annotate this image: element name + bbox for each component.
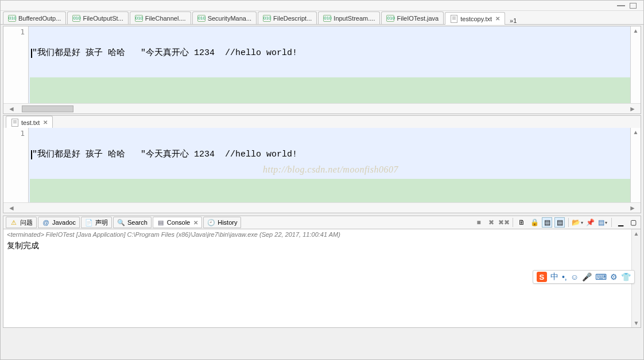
maximize-view-button[interactable]: ▢ [628, 217, 638, 228]
caret-up-icon: ▲ [633, 129, 639, 202]
tab-label: FileDescript... [273, 15, 312, 22]
editor-tab[interactable]: 010FileChannel.... [130, 11, 191, 24]
tab-label: InputStream.... [333, 15, 375, 22]
editor-tab[interactable]: 010BufferedOutp... [3, 11, 66, 24]
tab-label: testcopy.txt [460, 15, 492, 22]
console-output[interactable]: 复制完成 [3, 240, 641, 252]
console-toolbar: ■ ✖ ✖✖ 🗎 🔒 ▤ ▤ 📂 📌 ▤ ▁ ▢ [474, 217, 638, 228]
history-icon: 🕘 [207, 218, 215, 226]
display-selected-button[interactable]: ▤ [598, 217, 608, 228]
overview-ruler[interactable]: ▲ [630, 26, 641, 103]
code-area[interactable]: "我们都是好 孩子 哈哈 "今天真开心 1234 //hello world! [29, 26, 630, 103]
scroll-left-icon[interactable]: ◄ [8, 105, 15, 113]
line-number: 1 [3, 28, 25, 36]
scroll-right-icon[interactable]: ► [629, 105, 636, 113]
editor-tabbar-top: 010BufferedOutp...010FileOutputSt...010F… [1, 11, 643, 25]
close-icon[interactable]: ✕ [495, 15, 500, 22]
view-tab-label: Javadoc [52, 219, 76, 226]
minimize-icon[interactable] [617, 5, 625, 6]
minimize-view-button[interactable]: ▁ [615, 217, 626, 228]
javadoc-icon: @ [42, 218, 50, 226]
editor-body[interactable]: 1 "我们都是好 孩子 哈哈 "今天真开心 1234 //hello world… [3, 128, 641, 202]
scroll-left-icon[interactable]: ◄ [8, 204, 15, 212]
scroll-thumb[interactable] [22, 105, 73, 112]
horizontal-scrollbar[interactable]: ◄ ► [3, 202, 641, 213]
show-console-err-button[interactable]: ▤ [554, 217, 565, 228]
ime-lang-button[interactable]: 中 [550, 272, 558, 282]
scroll-up-icon[interactable]: ▲ [634, 230, 639, 237]
separator [611, 218, 612, 227]
code-text: "我们都是好 孩子 哈哈 "今天真开心 1234 //hello world! [32, 150, 297, 159]
watermark-text: http://blog.csdn.net/moonfish0607 [30, 165, 631, 175]
tabs-overflow-button[interactable]: »1 [506, 17, 520, 24]
code-text: "我们都是好 孩子 哈哈 "今天真开心 1234 //hello world! [32, 48, 297, 58]
ime-punct-button[interactable]: •, [562, 272, 567, 281]
clear-console-button[interactable]: 🗎 [517, 217, 527, 228]
view-tab-label: 声明 [95, 218, 108, 227]
close-icon[interactable]: ✕ [43, 119, 48, 126]
java-file-icon: 010 [197, 14, 205, 22]
editor-tabbar-mid: test.txt✕ [3, 115, 641, 128]
view-tab-search[interactable]: 🔍Search [113, 217, 152, 228]
view-tab-javadoc[interactable]: @Javadoc [38, 217, 80, 228]
view-tab-console[interactable]: ▤Console✕ [153, 217, 202, 228]
console-process-label: <terminated> FileIOTest [Java Applicatio… [3, 229, 641, 240]
code-area[interactable]: "我们都是好 孩子 哈哈 "今天真开心 1234 //hello world! … [29, 128, 630, 202]
overview-ruler[interactable]: ▲ [630, 128, 641, 202]
tab-label: BufferedOutp... [18, 15, 61, 22]
open-console-button[interactable]: 📂 [572, 217, 583, 228]
scroll-down-icon[interactable]: ▼ [634, 320, 639, 326]
java-file-icon: 010 [323, 14, 331, 22]
sogou-icon[interactable]: S [537, 272, 547, 282]
remove-launch-button[interactable]: ✖ [486, 217, 496, 228]
pin-console-button[interactable]: 📌 [585, 217, 595, 228]
ime-voice-button[interactable]: 🎤 [582, 272, 592, 281]
horizontal-scrollbar[interactable]: ◄ ► [3, 103, 641, 114]
editor-tab[interactable]: 010InputStream.... [318, 11, 380, 24]
separator [568, 218, 569, 227]
console-pane: <terminated> FileIOTest [Java Applicatio… [3, 229, 641, 328]
ime-softkbd-button[interactable]: ⌨ [595, 272, 607, 281]
close-icon[interactable]: ✕ [193, 220, 198, 226]
editor-body[interactable]: 1 "我们都是好 孩子 哈哈 "今天真开心 1234 //hello world… [3, 26, 641, 103]
views-tabbar: ⚠问题@Javadoc📄声明🔍Search▤Console✕🕘History ■… [3, 216, 641, 229]
editor-tab[interactable]: 010FileDescript... [258, 11, 317, 24]
ime-settings-button[interactable]: ⚙ [610, 272, 618, 281]
separator [513, 218, 513, 227]
java-file-icon: 010 [8, 14, 16, 22]
show-console-out-button[interactable]: ▤ [542, 217, 552, 228]
tab-label: FileIOTest.java [397, 15, 439, 22]
text-file-icon [450, 15, 458, 23]
view-tab-label: History [218, 219, 237, 226]
line-gutter: 1 [3, 128, 29, 202]
console-icon: ▤ [157, 218, 165, 226]
声明-icon: 📄 [85, 218, 93, 226]
text-file-icon [11, 119, 19, 127]
maximize-icon[interactable] [630, 3, 637, 9]
remove-all-button[interactable]: ✖✖ [499, 217, 509, 228]
java-file-icon: 010 [263, 14, 271, 22]
ime-emoji-button[interactable]: ☺ [571, 272, 579, 281]
window-controls [1, 1, 643, 11]
问题-icon: ⚠ [10, 218, 18, 226]
editor-tab[interactable]: 010SecurityMana... [192, 11, 257, 24]
tab-label: SecurityMana... [208, 15, 251, 22]
caret-up-icon: ▲ [633, 28, 639, 103]
view-tab-声明[interactable]: 📄声明 [81, 217, 112, 228]
ime-toolbar[interactable]: S 中 •, ☺ 🎤 ⌨ ⚙ 👕 [533, 270, 635, 284]
view-tab-label: 问题 [20, 218, 33, 227]
editor-tab[interactable]: testcopy.txt✕ [445, 12, 505, 25]
view-tab-问题[interactable]: ⚠问题 [6, 217, 37, 228]
ime-skin-button[interactable]: 👕 [621, 272, 631, 281]
java-file-icon: 010 [135, 14, 143, 22]
tab-label: FileOutputSt... [83, 15, 123, 22]
scroll-lock-button[interactable]: 🔒 [529, 217, 540, 228]
editor-pane-testcopy: 1 "我们都是好 孩子 哈哈 "今天真开心 1234 //hello world… [3, 26, 641, 114]
view-tab-history[interactable]: 🕘History [203, 217, 241, 228]
java-file-icon: 010 [72, 14, 80, 22]
terminate-button[interactable]: ■ [474, 217, 484, 228]
editor-tab[interactable]: test.txt✕ [6, 116, 53, 128]
editor-tab[interactable]: 010FileOutputSt... [67, 11, 128, 24]
editor-tab[interactable]: 010FileIOTest.java [381, 11, 444, 24]
scroll-right-icon[interactable]: ► [629, 204, 636, 212]
